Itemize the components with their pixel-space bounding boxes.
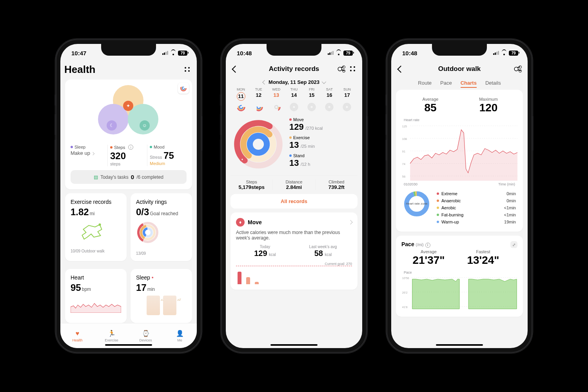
- face-icon: ☺: [140, 120, 150, 131]
- day-rings-icon: [272, 102, 281, 112]
- tab-route[interactable]: Route: [418, 80, 432, 86]
- sleep-label: Sleep: [74, 145, 85, 149]
- pace-chart[interactable]: 10'5626'241'8: [401, 274, 517, 310]
- exercise-unit: mi: [90, 211, 95, 216]
- metric-sleep[interactable]: Sleep Make up: [71, 145, 107, 166]
- rings-unit: Goal reached: [150, 211, 178, 216]
- hr-avg-value: 85: [401, 102, 459, 114]
- week-row: MON11 TUE12 WED13 THU14 FRI15 SAT16 SUN1…: [230, 87, 358, 101]
- notch: [432, 44, 487, 56]
- svg-text:26'2: 26'2: [402, 290, 408, 294]
- exercise-records-card[interactable]: Exercise records 1.82mi 10/09 Outdoor wa…: [65, 193, 127, 261]
- activity-rings-card[interactable]: Activity rings 0/3Goal reached 13/09: [131, 193, 192, 261]
- day-thu[interactable]: THU14: [285, 87, 303, 101]
- more-button[interactable]: [347, 64, 358, 74]
- svg-text:108: 108: [402, 137, 407, 141]
- status-time: 10:47: [71, 50, 86, 56]
- avg-label: Last week's avg: [294, 245, 352, 249]
- stat-distance[interactable]: Distance2.84mi: [272, 180, 315, 190]
- heart-sparkline: [71, 293, 121, 313]
- info-icon[interactable]: i: [425, 243, 430, 248]
- svg-text:10'56: 10'56: [402, 276, 409, 279]
- stress-tag: Medium: [150, 161, 184, 166]
- runner-icon: 🏃: [107, 330, 116, 338]
- metrics-row: Sleep Make up Steps i 320 steps Mood Str…: [71, 145, 187, 166]
- more-button[interactable]: [182, 64, 193, 75]
- day-wed[interactable]: WED13: [267, 87, 285, 101]
- day-rings-icon: [342, 102, 352, 112]
- moon-icon: ☾: [107, 120, 117, 131]
- back-button[interactable]: [230, 64, 241, 74]
- day-sat[interactable]: SAT16: [321, 87, 338, 101]
- share-button[interactable]: [336, 64, 347, 74]
- tab-me[interactable]: 👤Me: [163, 323, 197, 348]
- stat-steps[interactable]: Steps5,179steps: [230, 180, 272, 190]
- status-time: 10:48: [237, 50, 252, 56]
- move-card[interactable]: ♦Move Active calories were much more tha…: [230, 212, 358, 290]
- home-indicator[interactable]: [105, 344, 152, 346]
- tab-pace[interactable]: Pace: [440, 80, 452, 86]
- svg-point-39: [246, 153, 250, 158]
- watch-icon: ⌚: [142, 330, 150, 338]
- metric-mood[interactable]: Mood Stress75 Medium: [147, 145, 187, 166]
- avg-value: 58: [314, 249, 323, 258]
- header: Activity records: [226, 62, 362, 78]
- heart-icon: ♥: [73, 330, 82, 338]
- zone-donut-chart: Heart rate zone: [403, 190, 430, 218]
- chevron-left-icon[interactable]: [262, 80, 267, 84]
- rings-badge-icon[interactable]: [178, 83, 189, 94]
- wifi-icon: [336, 51, 341, 55]
- page-title: Health: [64, 64, 182, 76]
- sleep-card[interactable]: Sleep • 17min: [131, 269, 192, 323]
- page-title: Activity records: [269, 65, 319, 73]
- mood-label: Mood: [154, 145, 165, 149]
- svg-point-3: [99, 223, 101, 226]
- summary-card[interactable]: ✦ ☾ ☺ Sleep Make up Steps i 320 steps: [65, 80, 192, 189]
- tab-details[interactable]: Details: [485, 80, 501, 86]
- tasks-bar[interactable]: ▤ Today's tasks 0/6 completed: [71, 170, 187, 184]
- back-button[interactable]: [395, 64, 406, 74]
- day-fri[interactable]: FRI15: [303, 87, 321, 101]
- move-card-title: Move: [248, 219, 262, 225]
- all-records-button[interactable]: All records: [230, 194, 358, 209]
- notch: [267, 44, 321, 56]
- route-icon: [71, 218, 121, 245]
- pace-fast-label: Fastest: [456, 249, 510, 254]
- heart-rate-chart[interactable]: 125108917458: [401, 122, 517, 181]
- expand-icon[interactable]: ⤢: [510, 241, 517, 248]
- chevron-down-icon[interactable]: [322, 79, 326, 83]
- home-indicator[interactable]: [436, 344, 483, 346]
- signal-icon: [328, 51, 334, 55]
- week-rings-row: [230, 101, 358, 112]
- move-card-text: Active calories were much more than the …: [236, 230, 352, 241]
- heart-card[interactable]: Heart 95bpm: [65, 269, 127, 323]
- day-tue[interactable]: TUE12: [250, 87, 267, 101]
- battery-icon: 79: [343, 51, 353, 56]
- home-indicator[interactable]: [270, 344, 318, 346]
- move-bar-chart: [236, 268, 352, 284]
- tab-health[interactable]: ♥Health: [60, 323, 94, 348]
- sleep-value: Make up: [71, 150, 90, 156]
- day-mon[interactable]: MON11: [232, 87, 250, 101]
- zone-warmup: Warm-up19min: [437, 218, 516, 225]
- heart-unit: bpm: [82, 287, 91, 292]
- day-sun[interactable]: SUN17: [338, 87, 356, 101]
- notch: [101, 44, 156, 56]
- pace-title: Pace: [401, 241, 414, 247]
- curtains-icon: [136, 296, 187, 318]
- wifi-icon: [170, 51, 176, 55]
- metric-steps[interactable]: Steps i 320 steps: [107, 145, 147, 166]
- runner-icon: ✦: [123, 101, 133, 111]
- tasks-total: /6 completed: [136, 174, 163, 180]
- pace-fast-value: 13'24": [456, 254, 510, 267]
- stat-climbed[interactable]: Climbed739.2ft: [315, 180, 358, 190]
- date-selector[interactable]: Monday, 11 Sep 2023: [230, 78, 358, 87]
- battery-icon: 79: [509, 51, 518, 56]
- move-label: Move: [293, 117, 304, 122]
- wifi-icon: [501, 51, 507, 55]
- tab-charts[interactable]: Charts: [461, 80, 477, 86]
- svg-text:58: 58: [402, 175, 405, 178]
- today-label: Today: [236, 245, 294, 249]
- share-button[interactable]: [513, 64, 524, 74]
- activity-rings-icon: ♦: [233, 119, 284, 170]
